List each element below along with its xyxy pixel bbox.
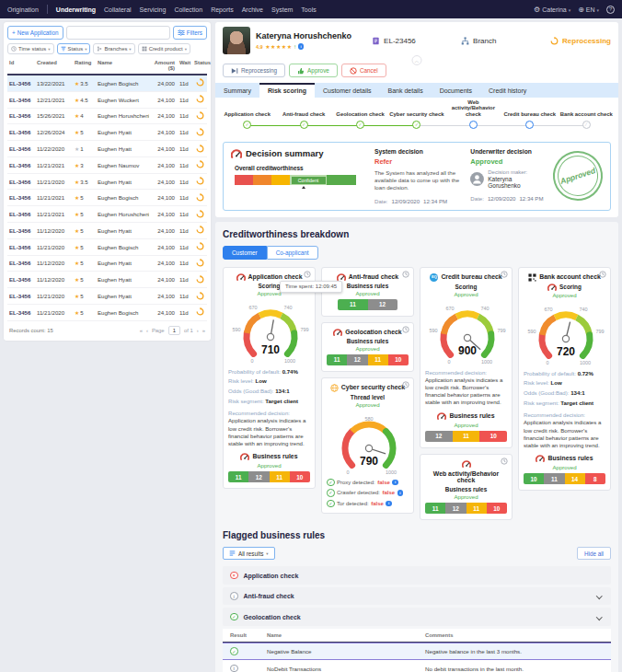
filter-chip-time-status[interactable]: Time status▾ <box>7 43 54 54</box>
tab-credit-history[interactable]: Credit history <box>480 83 535 98</box>
info-icon[interactable]: i <box>298 43 305 50</box>
filters-button[interactable]: Filters <box>173 26 207 40</box>
application-id-link[interactable]: EL-3456 <box>9 276 37 283</box>
application-row[interactable]: EL-345615/26/2021★4Eughen Horushchenko24… <box>7 109 207 125</box>
nav-item-origination[interactable]: Origination <box>7 6 39 13</box>
approve-button[interactable]: Approve <box>289 64 338 77</box>
column-header-name[interactable]: Name <box>98 60 149 71</box>
application-id-link[interactable]: EL-3456 <box>9 145 37 152</box>
nav-item-servicing[interactable]: Servicing <box>140 6 167 13</box>
info-icon[interactable]: i <box>392 480 398 486</box>
application-row[interactable]: EL-345612/26/2024★5Eughen Hyatt24,10011d <box>7 124 207 141</box>
column-header-id[interactable]: Id <box>9 60 37 71</box>
application-row[interactable]: EL-345611/21/2020★5Eughen Hyatt24,10011d <box>7 288 207 305</box>
status-refresh-icon[interactable] <box>194 160 205 169</box>
column-header-rating[interactable]: Rating <box>75 60 98 71</box>
application-row[interactable]: EL-345611/21/2021★5Eughen Horushchenko24… <box>7 206 207 223</box>
clock-icon[interactable] <box>501 458 508 466</box>
tab-bank-details[interactable]: Bank details <box>380 83 432 98</box>
application-row[interactable]: EL-345611/21/2020★5Eughen Bogisch24,1001… <box>7 305 207 321</box>
rule-row[interactable]: ✓Negative BalanceNegative balance in the… <box>223 643 611 661</box>
nav-item-system[interactable]: System <box>271 6 293 13</box>
collapse-header-button[interactable]: ︿ <box>412 55 422 65</box>
application-id-link[interactable]: EL-3456 <box>9 112 37 119</box>
column-header-amount[interactable]: Amount ($) <box>149 60 179 71</box>
nav-item-reports[interactable]: Reports <box>211 6 234 13</box>
cancel-button[interactable]: Cancel <box>341 64 386 77</box>
filter-chip-branches[interactable]: Branches▾ <box>93 43 134 54</box>
search-input[interactable] <box>66 26 170 40</box>
status-refresh-icon[interactable] <box>194 193 205 203</box>
next-page-icon[interactable]: › <box>197 328 199 333</box>
clock-icon[interactable] <box>402 381 409 389</box>
status-refresh-icon[interactable] <box>194 275 205 284</box>
first-page-icon[interactable]: « <box>140 328 143 333</box>
status-refresh-icon[interactable] <box>194 95 205 104</box>
info-icon[interactable]: i <box>386 501 392 507</box>
status-refresh-icon[interactable] <box>194 177 205 186</box>
application-row[interactable]: EL-345611/21/2021★3Eughen Naumov24,10011… <box>7 157 207 174</box>
tab-customer-details[interactable]: Customer details <box>315 83 380 98</box>
status-refresh-icon[interactable] <box>194 78 205 87</box>
new-application-button[interactable]: + New Application <box>7 26 63 40</box>
application-row[interactable]: EL-345611/12/2020★5Eughen Hyatt24,10011d <box>7 272 207 288</box>
rule-row[interactable]: iNoDebit TransactionsNo debit transactio… <box>223 660 611 672</box>
nav-item-collection[interactable]: Collection <box>174 6 202 13</box>
application-id-link[interactable]: EL-3456 <box>9 293 37 299</box>
clock-icon[interactable] <box>304 271 311 279</box>
reprocessing-button[interactable]: Reprocessing <box>223 64 285 77</box>
status-refresh-icon[interactable] <box>194 210 205 219</box>
language-menu[interactable]: ⊕ EN ▾ <box>578 6 599 14</box>
application-row[interactable]: EL-345611/12/2020★5Eughen Hyatt24,10011d <box>7 223 207 239</box>
step-done-icon[interactable]: ✓ <box>300 121 308 129</box>
tab-documents[interactable]: Documents <box>432 83 480 98</box>
nav-item-underwriting[interactable]: Underwriting <box>56 6 96 13</box>
nav-item-tools[interactable]: Tools <box>301 6 316 13</box>
application-id-link[interactable]: EL-3456 <box>9 97 37 103</box>
column-header-wait[interactable]: Wait <box>179 60 194 71</box>
tab-summary[interactable]: Summary <box>215 83 259 98</box>
application-id-link[interactable]: EL-3456 <box>9 162 37 168</box>
tab-risk-scoring[interactable]: Risk scoring <box>259 83 315 98</box>
status-refresh-icon[interactable] <box>194 292 205 301</box>
tab-co-applicant[interactable]: Co-applicant <box>267 246 318 260</box>
clock-icon[interactable] <box>402 271 409 279</box>
user-menu[interactable]: ⚙ Caterina ▾ <box>534 6 570 14</box>
application-row[interactable]: EL-345612/21/2021★4.5Eughen Wuckert24,10… <box>7 92 207 109</box>
accordion-geolocation-check[interactable]: ✓ Geolocation check <box>223 608 611 626</box>
status-refresh-icon[interactable] <box>194 145 205 154</box>
status-refresh-icon[interactable] <box>194 226 205 235</box>
column-header-status[interactable]: Status <box>194 60 205 71</box>
application-row[interactable]: EL-345611/21/2020★3.5Eughen Hyatt24,1001… <box>7 174 207 191</box>
filter-chip-credit-product[interactable]: Credit product▾ <box>138 43 190 54</box>
application-id-link[interactable]: EL-3456 <box>9 227 37 234</box>
column-header-created[interactable]: Created <box>37 60 75 71</box>
application-row[interactable]: EL-345613/22/2021★3.5Eughen Bogisch24,00… <box>7 75 207 92</box>
clock-icon[interactable] <box>599 271 606 279</box>
application-id-link[interactable]: EL-3456 <box>9 80 37 87</box>
prev-page-icon[interactable]: ‹ <box>146 328 148 333</box>
status-refresh-icon[interactable] <box>194 128 205 137</box>
status-refresh-icon[interactable] <box>194 111 205 121</box>
application-id-link[interactable]: EL-3456 <box>9 194 37 201</box>
application-row[interactable]: EL-345611/22/2020★1Eughen Hyatt24,10011d <box>7 141 207 157</box>
clock-icon[interactable] <box>402 326 409 334</box>
clock-icon[interactable] <box>501 271 508 279</box>
accordion-application-check[interactable]: × Application check <box>223 566 611 585</box>
nav-item-archive[interactable]: Archive <box>242 6 263 13</box>
last-page-icon[interactable]: » <box>202 328 205 333</box>
step-done-icon[interactable]: ✓ <box>243 121 251 129</box>
info-icon[interactable]: i <box>397 490 404 496</box>
chevron-down-icon[interactable] <box>596 614 602 620</box>
step-done-icon[interactable]: ✓ <box>412 121 420 129</box>
chevron-down-icon[interactable] <box>596 593 602 598</box>
status-refresh-icon[interactable] <box>194 242 205 251</box>
application-id-link[interactable]: EL-3456 <box>9 211 37 217</box>
application-id-link[interactable]: EL-3456 <box>9 129 37 135</box>
hide-all-button[interactable]: Hide all <box>577 547 611 560</box>
status-refresh-icon[interactable] <box>194 259 205 268</box>
application-id-link[interactable]: EL-3456 <box>9 309 37 316</box>
filter-chip-status[interactable]: Status▾ <box>57 43 91 54</box>
results-filter-select[interactable]: All results ▾ <box>223 547 275 560</box>
application-row[interactable]: EL-345611/21/2020★5Eughen Bogisch24,1001… <box>7 239 207 256</box>
